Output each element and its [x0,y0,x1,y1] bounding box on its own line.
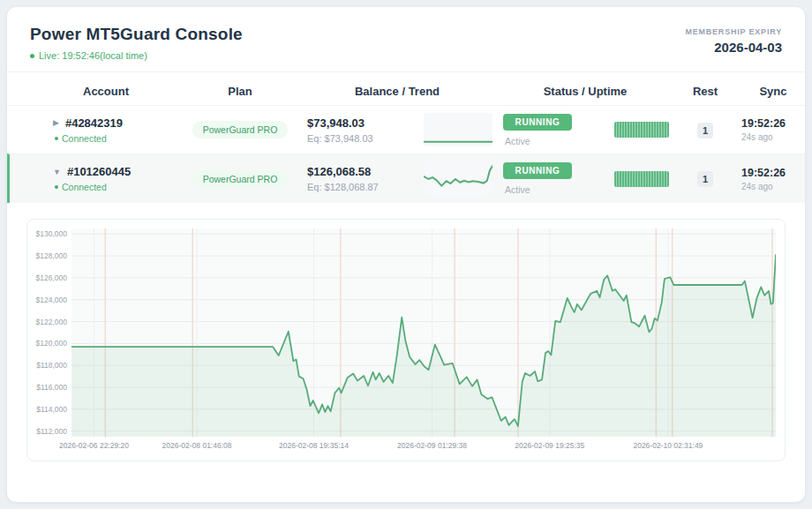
balance-value: $73,948.03 [307,116,373,130]
equity-value: Eq: $128,068.87 [307,182,379,192]
live-status: Live: 19:52:46(local time) [30,50,243,61]
console-card: Power MT5Guard Console Live: 19:52:46(lo… [7,7,805,502]
col-plan: Plan [182,85,298,98]
y-axis-label: $124,000 [36,296,67,304]
uptime-heatmap-bar [614,171,669,187]
equity-chart-plot[interactable] [71,228,776,437]
plan-badge: PowerGuard PRO [192,170,289,188]
expand-arrow-icon[interactable]: ▶ [53,118,59,127]
x-axis-label: 2026-02-06 22:29:20 [59,441,129,450]
equity-chart-panel: $130,000$128,000$126,000$124,000$122,000… [26,219,786,461]
rest-count: 1 [697,123,713,138]
col-sync: Sync [736,85,805,98]
x-axis-label: 2026-02-08 01:46:08 [162,441,232,450]
plan-badge: PowerGuard PRO [192,121,289,138]
uptime-label: Active [505,136,572,146]
status-badge: RUNNING [503,114,572,131]
table-header-row: Account Plan Balance / Trend Status / Up… [7,72,805,105]
sync-ago: 24s ago [741,182,805,191]
live-dot-icon [30,54,34,58]
trend-sparkline [424,113,492,146]
y-axis-label: $120,000 [36,339,67,348]
accounts-table: Account Plan Balance / Trend Status / Up… [7,72,805,203]
account-number: #42842319 [65,116,123,130]
y-axis-label: $114,000 [36,405,67,414]
col-balance-trend: Balance / Trend [298,85,496,98]
account-row[interactable]: ▶ #42842319 Connected PowerGuard PRO $73… [7,105,805,153]
sync-time: 19:52:26 [741,167,805,179]
col-rest: Rest [674,85,736,98]
y-axis-label: $126,000 [36,273,67,282]
collapse-arrow-icon[interactable]: ▼ [53,168,61,176]
y-axis-label: $122,000 [36,318,67,326]
balance-value: $126,068.58 [307,165,379,178]
rest-count: 1 [697,171,713,187]
account-number: #101260445 [67,165,131,178]
chart-x-axis: 2026-02-06 22:29:202026-02-08 01:46:0820… [71,441,776,455]
connected-dot-icon [55,137,58,140]
x-axis-label: 2026-02-10 02:31:49 [633,441,703,450]
sync-time: 19:52:26 [741,117,805,130]
page-title: Power MT5Guard Console [30,25,243,44]
y-axis-label: $128,000 [36,251,67,260]
chart-y-axis: $130,000$128,000$126,000$124,000$122,000… [31,228,71,437]
trend-sparkline [424,162,492,196]
y-axis-label: $130,000 [36,229,67,238]
y-axis-label: $116,000 [36,383,67,392]
membership-expiry-value: 2026-04-03 [685,40,782,55]
account-row-expanded[interactable]: ▼ #101260445 Connected PowerGuard PRO $1… [7,153,805,203]
y-axis-label: $112,000 [36,427,67,436]
connected-dot-icon [55,185,58,189]
page-header: Power MT5Guard Console Live: 19:52:46(lo… [7,7,805,72]
status-badge: RUNNING [503,162,572,179]
x-axis-label: 2026-02-08 19:35:14 [279,441,349,450]
uptime-label: Active [505,184,572,195]
y-axis-label: $118,000 [36,361,67,370]
col-status-uptime: Status / Uptime [496,85,674,98]
uptime-heatmap-bar [614,122,669,138]
live-status-text: Live: 19:52:46(local time) [39,50,147,61]
x-axis-label: 2026-02-09 19:25:35 [515,441,584,450]
connection-status: Connected [55,133,182,144]
col-account: Account [30,85,182,98]
x-axis-label: 2026-02-09 01:29:38 [397,441,467,450]
connection-status: Connected [55,182,182,192]
sync-ago: 24s ago [741,132,805,142]
equity-value: Eq: $73,948.03 [307,133,373,144]
membership-expiry-label: MEMBERSHIP EXPIRY [685,27,782,36]
